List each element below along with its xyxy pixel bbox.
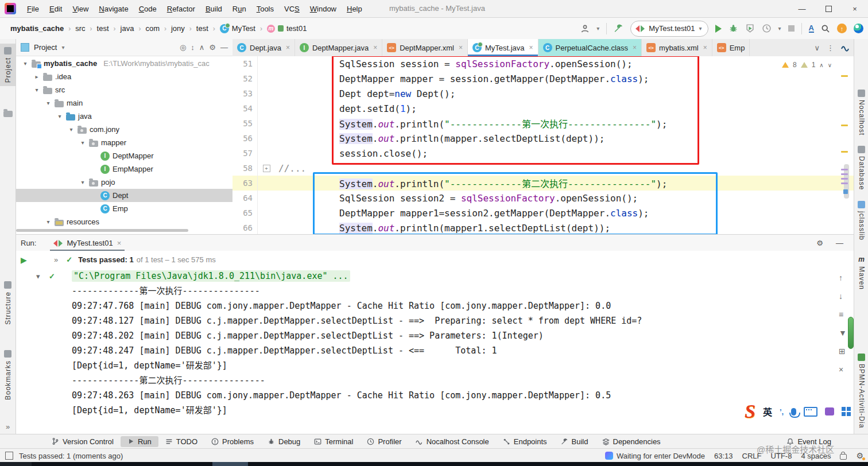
tab-emp[interactable]: <>Emp: [712, 39, 750, 56]
run-tab[interactable]: MyTest.test01 ×: [50, 235, 125, 251]
close-button[interactable]: ×: [842, 0, 868, 17]
tab-deptmapper-java[interactable]: IDeptMapper.java×: [295, 39, 382, 56]
tree-row-java[interactable]: ▾java: [16, 110, 232, 123]
user-chevron-icon[interactable]: ▾: [596, 25, 599, 32]
tree-row-deptmapper[interactable]: IDeptMapper: [16, 149, 232, 162]
profiler-chevron-icon[interactable]: ▾: [778, 25, 781, 32]
line-number[interactable]: 55: [232, 116, 258, 131]
stripe-warning-mark[interactable]: [841, 125, 848, 126]
prev-problem-icon[interactable]: ∧: [819, 62, 823, 68]
scroll-to-end-icon[interactable]: ▼: [839, 328, 847, 337]
breadcrumb-item[interactable]: test: [96, 24, 110, 33]
breadcrumb-item[interactable]: src: [74, 24, 86, 33]
tree-chevron-icon[interactable]: ▾: [33, 87, 40, 93]
tab-close-icon[interactable]: ×: [286, 44, 290, 52]
sogou-logo-icon[interactable]: S: [745, 402, 755, 421]
search-everywhere-icon[interactable]: [821, 24, 830, 33]
line-number[interactable]: 54: [232, 101, 258, 116]
stripe-caret-mark[interactable]: [843, 189, 848, 194]
caret-position[interactable]: 63:13: [714, 452, 733, 460]
tree-chevron-icon[interactable]: ▾: [45, 219, 52, 225]
tree-row-dept[interactable]: CDept: [16, 189, 232, 202]
maximize-button[interactable]: [815, 0, 842, 17]
line-number[interactable]: 51: [232, 56, 258, 71]
soft-wrap-icon[interactable]: ≡: [839, 310, 843, 319]
tree-chevron-icon[interactable]: ▾: [79, 139, 86, 146]
run-settings-gear-icon[interactable]: ⚙: [816, 239, 823, 247]
line-number[interactable]: 57: [232, 146, 258, 161]
code-editor[interactable]: 51SqlSession session = sqlSessionFactory…: [232, 56, 854, 234]
tool-stripe-nocalhost[interactable]: Nocalhost: [854, 90, 868, 135]
menu-edit[interactable]: Edit: [44, 2, 67, 15]
tree-row-pojo[interactable]: ▾pojo: [16, 176, 232, 189]
menu-help[interactable]: Help: [342, 2, 367, 15]
run-hide-icon[interactable]: —: [836, 239, 843, 247]
wave-plugin-icon[interactable]: [841, 43, 850, 52]
line-number[interactable]: 52: [232, 71, 258, 86]
stop-button[interactable]: [788, 25, 795, 32]
tree-chevron-icon[interactable]: ▾: [79, 179, 86, 185]
stripe-info-mark[interactable]: [841, 173, 848, 175]
tab-options-kebab-icon[interactable]: ⋮: [827, 44, 834, 52]
build-hammer-icon[interactable]: [614, 24, 623, 33]
tab-close-icon[interactable]: ×: [529, 44, 533, 52]
user-icon[interactable]: [580, 24, 590, 33]
down-stack-trace-icon[interactable]: ↓: [839, 292, 843, 301]
tree-row-com-jony[interactable]: ▾com.jony: [16, 123, 232, 136]
menu-build[interactable]: Build: [200, 2, 227, 15]
inspections-widget[interactable]: 8 1 ∧ ∨: [778, 60, 835, 70]
tool-stripe-project[interactable]: Project: [0, 44, 16, 86]
menu-tools[interactable]: Tools: [251, 2, 279, 15]
menu-refactor[interactable]: Refactor: [162, 2, 200, 15]
next-problem-icon[interactable]: ∨: [828, 62, 832, 68]
debug-button[interactable]: [728, 24, 738, 33]
expand-chevrons-icon[interactable]: »: [54, 255, 58, 264]
nocalhost-status[interactable]: Waiting for enter DevMode: [605, 452, 705, 460]
tab-perpetualcache-class[interactable]: CPerpetualCache.class×: [538, 39, 642, 56]
keyboard-icon[interactable]: [804, 407, 817, 417]
line-number[interactable]: 63: [232, 176, 258, 191]
tree-row-emp[interactable]: CEmp: [16, 202, 232, 215]
tree-chevron-icon[interactable]: ▸: [33, 73, 40, 80]
console-fold-chevron-icon[interactable]: ▾: [36, 272, 40, 281]
tab-deptmapper-xml[interactable]: <>DeptMapper.xml×: [382, 39, 468, 56]
clear-all-icon[interactable]: ×: [839, 365, 843, 374]
run-configuration-select[interactable]: MyTest.test01 ▾: [630, 21, 708, 37]
toolwindow-button-problems[interactable]: Problems: [204, 436, 261, 447]
tab-mybatis-xml[interactable]: <>mybatis.xml×: [642, 39, 712, 56]
menu-vcs[interactable]: VCS: [279, 2, 305, 15]
tab-mytest-java[interactable]: CMyTest.java×: [468, 39, 538, 56]
run-with-coverage-button[interactable]: [745, 24, 755, 33]
line-number[interactable]: 53: [232, 86, 258, 101]
minimize-button[interactable]: —: [789, 0, 815, 17]
line-number[interactable]: 56: [232, 131, 258, 146]
toolwindow-button-build[interactable]: Build: [554, 436, 595, 447]
line-number[interactable]: 66: [232, 220, 258, 234]
project-hscrollbar[interactable]: [16, 229, 188, 232]
toolwindow-button-debug[interactable]: Debug: [261, 436, 307, 447]
tool-stripe-bookmarks[interactable]: Bookmarks: [0, 350, 16, 400]
tab-close-icon[interactable]: ×: [703, 44, 707, 52]
toolwindow-button-terminal[interactable]: Terminal: [307, 436, 360, 447]
tree-chevron-icon[interactable]: ▾: [56, 113, 63, 119]
hide-panel-icon[interactable]: —: [220, 43, 228, 52]
toolwindow-button-nocalhost-console[interactable]: Nocalhost Console: [409, 436, 496, 447]
breadcrumb-item[interactable]: CMyTest: [219, 24, 257, 33]
ime-grid-icon[interactable]: [842, 407, 851, 416]
stripe-info-mark[interactable]: [841, 178, 848, 180]
update-plugin-icon[interactable]: ↑: [837, 24, 847, 33]
stripe-warning-mark[interactable]: [841, 75, 848, 77]
breadcrumb-item[interactable]: mtest01: [266, 24, 308, 33]
line-number[interactable]: 64: [232, 191, 258, 205]
ime-punctuation-button[interactable]: ’,: [780, 407, 784, 416]
tree-chevron-icon[interactable]: ▾: [22, 60, 29, 67]
tool-stripe-maven[interactable]: mMaven: [854, 256, 868, 290]
tree-chevron-icon[interactable]: ▾: [45, 100, 52, 106]
tab-close-icon[interactable]: ×: [373, 44, 377, 52]
toolwindow-toggle-icon[interactable]: [5, 452, 13, 460]
toolwindow-button-dependencies[interactable]: Dependencies: [595, 436, 668, 447]
rerun-icon[interactable]: ▶: [21, 255, 27, 265]
breadcrumb-item[interactable]: java: [119, 24, 135, 33]
hidden-tabs-chevron-icon[interactable]: ∨: [814, 44, 820, 52]
breadcrumb-item[interactable]: jony: [170, 24, 186, 33]
